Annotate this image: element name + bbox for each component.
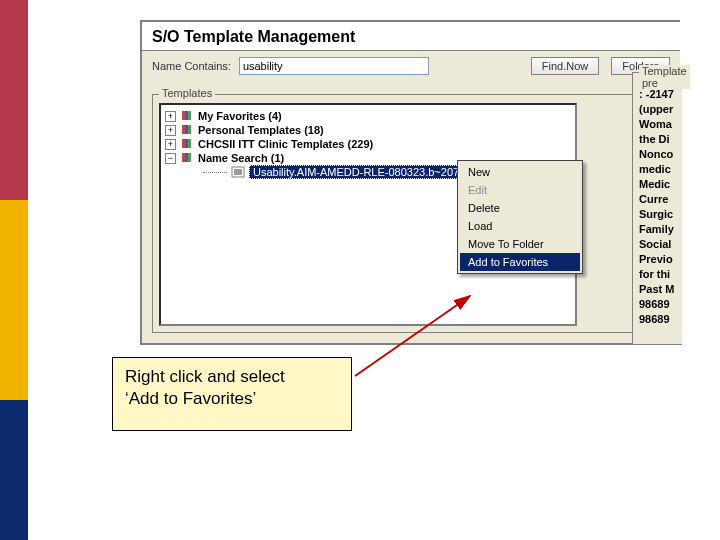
preview-group-label: Template pre bbox=[639, 65, 690, 89]
tree-item: + My Favorites (4) bbox=[163, 109, 573, 123]
templates-group: Templates + My Favorites (4) + Personal … bbox=[152, 94, 680, 333]
menu-item-edit: Edit bbox=[460, 181, 580, 199]
tree-label: Name Search (1) bbox=[198, 152, 284, 164]
search-toolbar: Name Contains: Find.Now Folders bbox=[142, 51, 680, 77]
svg-rect-10 bbox=[185, 153, 188, 162]
menu-item-delete[interactable]: Delete bbox=[460, 199, 580, 217]
menu-item-load[interactable]: Load bbox=[460, 217, 580, 235]
menu-item-new[interactable]: New bbox=[460, 163, 580, 181]
name-contains-input[interactable] bbox=[239, 57, 429, 75]
svg-rect-7 bbox=[185, 139, 188, 148]
tree-item: + CHCSII ITT Clinic Templates (229) bbox=[163, 137, 573, 151]
menu-item-add-to-favorites[interactable]: Add to Favorites bbox=[460, 253, 580, 271]
svg-rect-1 bbox=[185, 111, 188, 120]
context-menu: New Edit Delete Load Move To Folder Add … bbox=[457, 160, 583, 274]
folder-icon bbox=[180, 110, 194, 122]
preview-group: Template pre : -2147 (upper Woma the Di … bbox=[632, 72, 682, 345]
tree-label: Personal Templates (18) bbox=[198, 124, 324, 136]
callout-line1: Right click and select bbox=[125, 366, 339, 388]
callout-line2: ‘Add to Favorites’ bbox=[125, 388, 339, 410]
expand-icon[interactable]: + bbox=[165, 111, 176, 122]
template-icon bbox=[231, 166, 245, 178]
tree-label: CHCSII ITT Clinic Templates (229) bbox=[198, 138, 373, 150]
svg-rect-6 bbox=[182, 139, 185, 148]
name-contains-label: Name Contains: bbox=[152, 60, 231, 72]
app-window: S/O Template Management Name Contains: F… bbox=[140, 20, 680, 345]
instruction-callout: Right click and select ‘Add to Favorites… bbox=[112, 357, 352, 431]
svg-rect-3 bbox=[182, 125, 185, 134]
tree-leaf-label: Usability.AIM-AMEDD-RLE-080323.b~207 bbox=[249, 165, 463, 179]
tree-connector bbox=[203, 172, 227, 173]
folder-icon bbox=[180, 152, 194, 164]
tree-item: + Personal Templates (18) bbox=[163, 123, 573, 137]
svg-rect-5 bbox=[188, 125, 191, 134]
svg-rect-9 bbox=[182, 153, 185, 162]
slide-accent-stripe bbox=[0, 0, 28, 540]
svg-rect-0 bbox=[182, 111, 185, 120]
find-now-button[interactable]: Find.Now bbox=[531, 57, 599, 75]
window-title: S/O Template Management bbox=[142, 22, 680, 51]
collapse-icon[interactable]: − bbox=[165, 153, 176, 164]
folder-icon bbox=[180, 138, 194, 150]
tree-label: My Favorites (4) bbox=[198, 110, 282, 122]
svg-rect-4 bbox=[185, 125, 188, 134]
expand-icon[interactable]: + bbox=[165, 125, 176, 136]
svg-rect-8 bbox=[188, 139, 191, 148]
preview-content: : -2147 (upper Woma the Di Nonco medic M… bbox=[639, 87, 679, 327]
templates-group-label: Templates bbox=[159, 87, 215, 99]
folder-icon bbox=[180, 124, 194, 136]
expand-icon[interactable]: + bbox=[165, 139, 176, 150]
svg-rect-11 bbox=[188, 153, 191, 162]
svg-rect-2 bbox=[188, 111, 191, 120]
menu-item-move-to-folder[interactable]: Move To Folder bbox=[460, 235, 580, 253]
